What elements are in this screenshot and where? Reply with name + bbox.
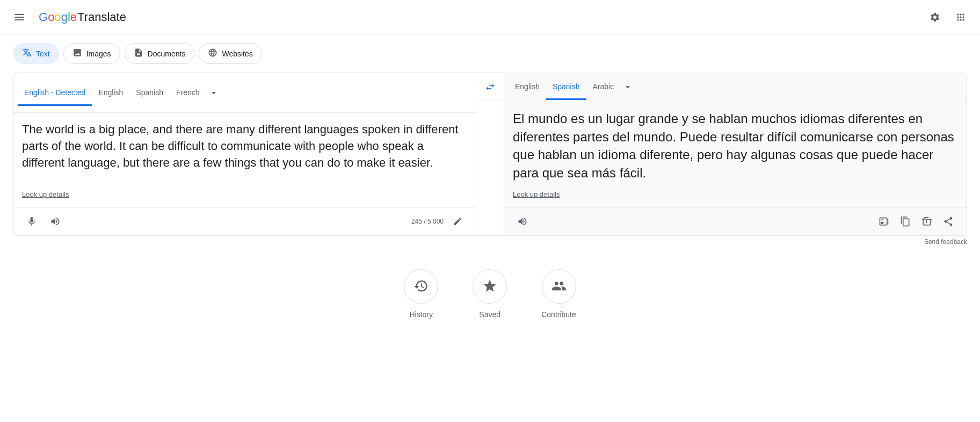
target-listen-button[interactable]: [513, 212, 532, 231]
tab-text[interactable]: Text: [13, 43, 59, 64]
header-left: Google Translate: [9, 6, 126, 28]
google-translate-logo[interactable]: Google Translate: [39, 10, 126, 24]
edit-button[interactable]: [448, 212, 467, 231]
history-action[interactable]: History: [404, 269, 438, 319]
saved-action[interactable]: Saved: [473, 269, 507, 319]
header: Google Translate: [0, 0, 980, 34]
source-footer-left: [22, 212, 65, 231]
target-footer: [504, 207, 967, 235]
document-icon: [134, 48, 143, 59]
rate-up-button[interactable]: [917, 212, 937, 231]
tab-text-label: Text: [36, 49, 50, 58]
translate-container: English - Detected English Spanish Frenc…: [13, 73, 967, 236]
svg-rect-1: [14, 17, 24, 18]
target-lang-spanish[interactable]: Spanish: [546, 75, 586, 100]
target-lang-arabic[interactable]: Arabic: [586, 75, 621, 100]
source-lang-french[interactable]: French: [170, 81, 206, 106]
swap-spacer: [476, 101, 504, 235]
swap-column: [476, 73, 504, 235]
star-icon: [482, 278, 497, 295]
swap-area: [476, 73, 504, 101]
translated-text: El mundo es un lugar grande y se hablan …: [513, 110, 958, 182]
tab-websites-label: Websites: [222, 49, 252, 58]
source-lang-bar: English - Detected English Spanish Frenc…: [13, 73, 476, 113]
header-right: [924, 6, 971, 28]
translate-icon: [22, 48, 32, 59]
tab-websites[interactable]: Websites: [199, 43, 262, 64]
source-footer: 245 / 5,000: [13, 207, 476, 235]
target-panel: English Spanish Arabic El mundo es un lu…: [504, 73, 967, 235]
send-feedback[interactable]: Send feedback: [0, 236, 980, 248]
source-text-area: Look up details: [13, 113, 476, 207]
mode-tabs: Text Images Documents Websites: [0, 34, 980, 64]
source-more-langs-button[interactable]: [206, 83, 221, 103]
source-lang-spanish[interactable]: Spanish: [129, 81, 170, 106]
contribute-circle: [542, 269, 576, 304]
swap-languages-button[interactable]: [481, 77, 500, 97]
source-listen-button[interactable]: [46, 212, 65, 231]
share-button[interactable]: [939, 212, 958, 231]
tab-documents[interactable]: Documents: [125, 43, 195, 64]
target-text-area: El mundo es un lugar grande y se hablan …: [504, 101, 967, 207]
contribute-label: Contribute: [541, 310, 576, 319]
source-lang-detected[interactable]: English - Detected: [18, 81, 92, 106]
history-label: History: [409, 310, 433, 319]
image-icon: [72, 48, 82, 59]
mic-button[interactable]: [22, 212, 41, 231]
target-lookup-link[interactable]: Look up details: [513, 190, 958, 198]
saved-circle: [473, 269, 507, 304]
google-apps-button[interactable]: [950, 6, 971, 28]
svg-rect-2: [14, 19, 24, 20]
target-lang-english[interactable]: English: [509, 75, 546, 100]
globe-icon: [208, 48, 217, 59]
target-more-langs-button[interactable]: [620, 77, 635, 97]
history-icon: [413, 278, 429, 295]
contribute-icon: [551, 278, 567, 295]
target-footer-right: [874, 212, 958, 231]
source-lookup-link[interactable]: Look up details: [22, 190, 467, 198]
source-lang-english[interactable]: English: [92, 81, 129, 106]
char-count: 245 / 5,000: [411, 218, 444, 225]
saved-label: Saved: [479, 310, 500, 319]
svg-rect-0: [14, 14, 24, 15]
tab-documents-label: Documents: [148, 49, 186, 58]
settings-button[interactable]: [924, 6, 946, 28]
save-translation-button[interactable]: [874, 212, 894, 231]
source-textarea[interactable]: [22, 121, 467, 186]
source-char-count-area: 245 / 5,000: [411, 212, 467, 231]
menu-button[interactable]: [9, 6, 30, 28]
target-lang-bar: English Spanish Arabic: [504, 73, 967, 101]
copy-button[interactable]: [896, 212, 915, 231]
target-footer-left: [513, 212, 532, 231]
contribute-action[interactable]: Contribute: [541, 269, 576, 319]
tab-images-label: Images: [86, 49, 111, 58]
tab-images[interactable]: Images: [63, 43, 120, 64]
history-circle: [404, 269, 438, 304]
bottom-actions: History Saved Contribute: [0, 248, 980, 330]
